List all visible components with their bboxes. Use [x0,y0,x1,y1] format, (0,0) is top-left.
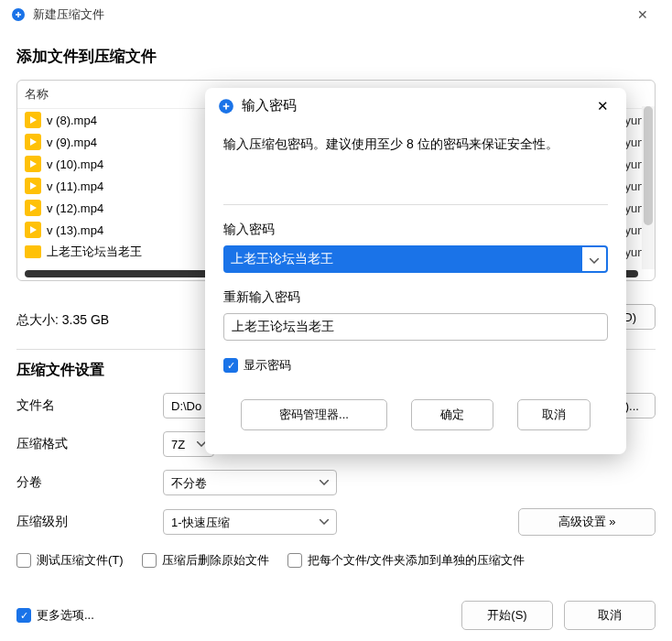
password-dialog-close-button[interactable]: ✕ [591,98,613,114]
checkbox-icon [287,553,302,568]
video-file-icon [25,112,41,128]
level-label: 压缩级别 [16,514,163,530]
filename-label: 文件名 [16,397,163,414]
cancel-button[interactable]: 取消 [564,601,656,630]
vertical-scrollbar[interactable] [642,106,655,269]
confirm-password-input[interactable] [223,313,608,341]
password-label: 输入密码 [223,222,608,238]
checkbox-icon [142,553,157,568]
checkbox-icon [223,358,238,373]
page-heading: 添加文件到压缩文件 [16,46,656,67]
cancel-button[interactable]: 取消 [517,399,591,430]
checkbox-icon [16,553,31,568]
divider [223,204,608,205]
bottom-bar: 更多选项... 开始(S) 取消 [16,601,656,630]
password-hint-text: 输入压缩包密码。建议使用至少 8 位的密码来保证安全性。 [223,136,608,153]
password-input[interactable]: 上老王论坛当老王 [225,247,582,271]
password-dialog-titlebar: 输入密码 ✕ [205,88,626,122]
advanced-settings-button[interactable]: 高级设置 » [518,508,656,536]
window-titlebar: 新建压缩文件 ✕ [0,0,672,29]
password-dialog-title: 输入密码 [242,97,297,114]
app-icon [218,98,234,114]
delete-after-checkbox[interactable]: 压缩后删除原始文件 [142,552,269,569]
file-name: v (8).mp4 [47,114,97,127]
video-file-icon [25,178,41,194]
folder-icon [25,245,41,258]
file-name: v (11).mp4 [47,179,103,193]
file-name: v (13).mp4 [47,223,103,237]
video-file-icon [25,222,41,238]
file-name: v (9).mp4 [47,136,97,149]
scrollbar-thumb[interactable] [644,106,653,225]
video-file-icon [25,134,41,150]
file-name: 上老王论坛当老王 [47,244,142,260]
window-title: 新建压缩文件 [33,6,104,23]
ok-button[interactable]: 确定 [411,399,493,430]
test-archive-checkbox[interactable]: 测试压缩文件(T) [16,552,124,569]
separate-archive-checkbox[interactable]: 把每个文件/文件夹添加到单独的压缩文件 [287,552,526,569]
video-file-icon [25,156,41,172]
split-label: 分卷 [16,474,163,491]
file-name: v (10).mp4 [47,158,103,171]
file-name: v (12).mp4 [47,201,103,215]
confirm-password-label: 重新输入密码 [223,289,608,306]
show-password-checkbox[interactable]: 显示密码 [223,357,291,374]
password-dialog: 输入密码 ✕ 输入压缩包密码。建议使用至少 8 位的密码来保证安全性。 输入密码… [205,88,626,454]
password-combobox[interactable]: 上老王论坛当老王 [223,245,608,273]
video-file-icon [25,200,41,216]
app-icon [11,7,26,22]
split-select[interactable]: 不分卷 [163,470,337,495]
level-select[interactable]: 1-快速压缩 [163,509,337,535]
password-manager-button[interactable]: 密码管理器... [241,399,387,430]
start-button[interactable]: 开始(S) [461,601,553,630]
checkbox-icon [16,608,31,623]
total-size-label: 总大小: 3.35 GB [16,312,109,329]
more-options-checkbox[interactable]: 更多选项... [16,607,94,624]
chevron-down-icon[interactable] [582,253,606,266]
window-close-button[interactable]: ✕ [624,7,661,22]
format-label: 压缩格式 [16,436,163,452]
